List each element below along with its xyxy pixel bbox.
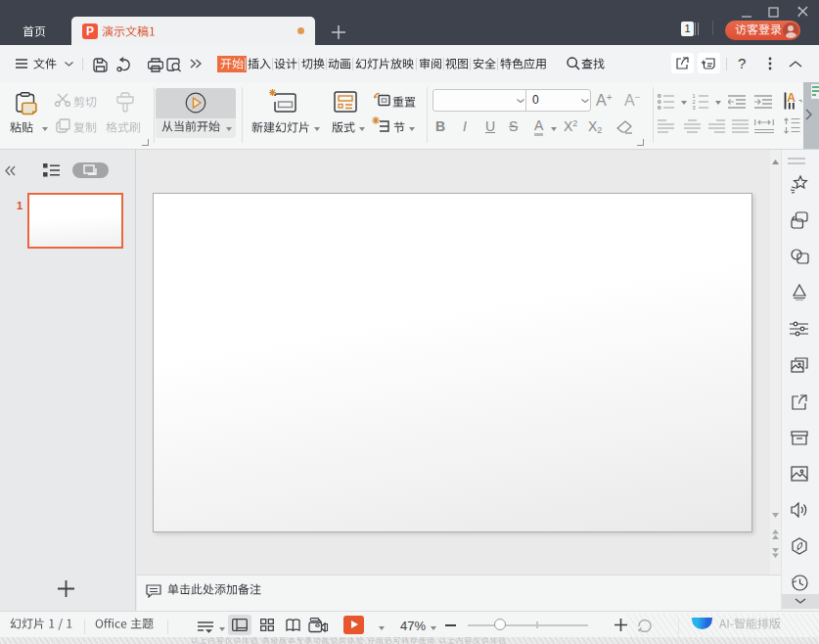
svg-text:3: 3 <box>693 105 696 110</box>
svg-text:A: A <box>787 91 796 105</box>
